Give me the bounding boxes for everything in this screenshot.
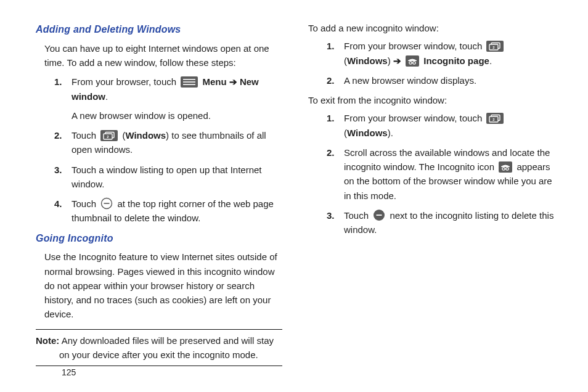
arrow-icon: ➔ — [393, 55, 401, 66]
step-text: From your browser, touch Menu ➔ New wind… — [71, 76, 259, 101]
text-segment — [401, 55, 404, 66]
page-number: 125 — [62, 367, 76, 377]
step-text: Touch 2 (Windows) to see thumbnails of a… — [71, 130, 266, 155]
delete-circle-dark-icon — [373, 209, 385, 221]
note-block: Note: Any downloaded files will be prese… — [36, 329, 282, 367]
procedure-step: A new browser window displays. — [327, 73, 555, 88]
add-incognito-steps: From your browser window, touch 2 (Windo… — [327, 39, 555, 88]
heading-add-delete-windows: Adding and Deleting Windows — [36, 22, 282, 38]
step-text: A new browser window displays. — [344, 75, 476, 86]
bold-label: Windows — [347, 55, 388, 66]
procedure-step: Scroll across the available windows and … — [327, 145, 555, 203]
lead-add-incognito: To add a new incognito window: — [308, 21, 555, 35]
add-delete-steps: From your browser, touch Menu ➔ New wind… — [54, 75, 282, 225]
bold-label: Windows — [347, 128, 388, 138]
text-segment: . — [489, 55, 492, 66]
lead-exit-incognito: To exit from the incognito window: — [308, 93, 555, 107]
step-text: Touch at the top right corner of the web… — [71, 198, 274, 223]
intro-paragraph: You can have up to eight Internet window… — [44, 41, 282, 70]
right-column: To add a new incognito window: From your… — [308, 21, 555, 242]
step-text: From your browser window, touch 2 (Windo… — [344, 41, 505, 65]
procedure-step: From your browser window, touch 2 (Windo… — [327, 111, 555, 140]
left-column: Adding and Deleting Windows You can have… — [36, 21, 282, 366]
procedure-step: Touch 2 (Windows) to see thumbnails of a… — [54, 128, 282, 157]
text-segment: ) — [388, 55, 393, 66]
procedure-step: Touch next to the incognito listing to d… — [327, 208, 555, 237]
bold-label: Menu — [202, 76, 226, 87]
windows-icon: 2 — [486, 41, 504, 52]
menu-icon — [181, 76, 198, 88]
bold-label: Windows — [125, 130, 166, 141]
incognito-icon — [406, 55, 419, 67]
procedure-step: Touch at the top right corner of the web… — [54, 197, 282, 226]
procedure-step: From your browser, touch Menu ➔ New wind… — [54, 75, 282, 123]
procedure-step: Touch a window listing to open up that I… — [54, 163, 282, 192]
manual-page: Adding and Deleting Windows You can have… — [0, 0, 588, 392]
step-text: Touch next to the incognito listing to d… — [344, 210, 553, 235]
procedure-step: From your browser window, touch 2 (Windo… — [327, 39, 555, 68]
step-text: From your browser window, touch 2 (Windo… — [344, 113, 505, 137]
incognito-paragraph: Use the Incognito feature to view Intern… — [44, 250, 282, 321]
incognito-icon — [499, 161, 512, 173]
arrow-icon: ➔ — [227, 76, 240, 87]
windows-icon: 2 — [486, 113, 504, 124]
windows-icon: 2 — [100, 130, 118, 141]
svg-rect-2 — [183, 81, 195, 83]
step-sub-text: A new browser window is opened. — [71, 108, 282, 123]
note-label: Note: — [36, 335, 59, 346]
svg-rect-3 — [183, 84, 195, 86]
step-text: Scroll across the available windows and … — [344, 147, 552, 201]
note-body: Note: Any downloaded files will be prese… — [36, 333, 282, 362]
svg-rect-1 — [183, 79, 195, 80]
step-text: Touch a window listing to open up that I… — [71, 165, 262, 189]
exit-incognito-steps: From your browser window, touch 2 (Windo… — [327, 111, 555, 237]
heading-going-incognito: Going Incognito — [36, 231, 282, 247]
note-text: Any downloaded files will be preserved a… — [59, 335, 274, 360]
bold-label: Incognito page — [423, 55, 489, 66]
delete-circle-icon — [100, 197, 113, 210]
